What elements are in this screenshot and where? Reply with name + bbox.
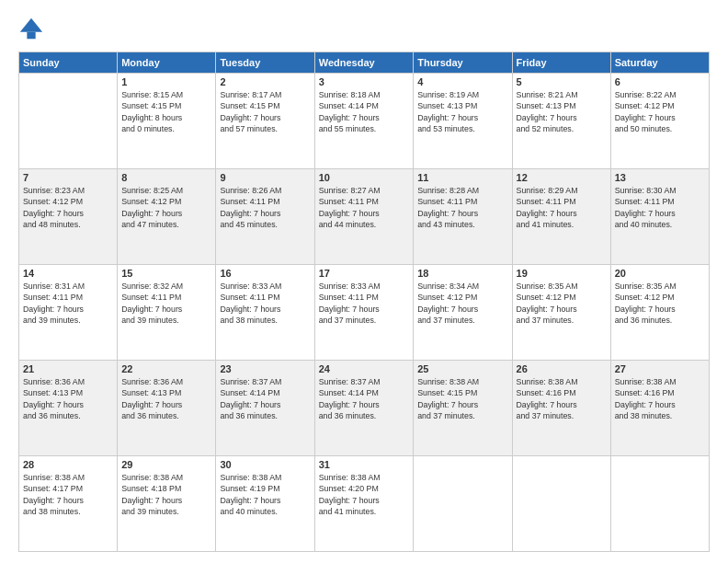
calendar-week-row: 28Sunrise: 8:38 AMSunset: 4:17 PMDayligh… — [19, 456, 710, 552]
calendar-cell: 13Sunrise: 8:30 AMSunset: 4:11 PMDayligh… — [610, 169, 709, 265]
weekday-header: Wednesday — [314, 52, 413, 74]
day-info: Sunrise: 8:37 AMSunset: 4:14 PMDaylight:… — [319, 376, 409, 421]
calendar-cell: 5Sunrise: 8:21 AMSunset: 4:13 PMDaylight… — [512, 74, 610, 169]
day-number: 4 — [417, 76, 507, 87]
day-info: Sunrise: 8:33 AMSunset: 4:11 PMDaylight:… — [220, 281, 310, 326]
calendar-table: SundayMondayTuesdayWednesdayThursdayFrid… — [18, 52, 710, 552]
day-info: Sunrise: 8:17 AMSunset: 4:15 PMDaylight:… — [220, 89, 310, 134]
day-info: Sunrise: 8:32 AMSunset: 4:11 PMDaylight:… — [121, 281, 211, 326]
day-info: Sunrise: 8:38 AMSunset: 4:18 PMDaylight:… — [121, 472, 211, 517]
weekday-header: Monday — [118, 52, 216, 74]
calendar-cell: 25Sunrise: 8:38 AMSunset: 4:15 PMDayligh… — [414, 361, 512, 456]
page: SundayMondayTuesdayWednesdayThursdayFrid… — [0, 0, 728, 563]
day-number: 1 — [121, 76, 211, 87]
day-number: 6 — [615, 76, 705, 87]
calendar-cell — [610, 456, 709, 552]
day-number: 26 — [517, 363, 607, 374]
calendar-cell: 22Sunrise: 8:36 AMSunset: 4:13 PMDayligh… — [118, 361, 216, 456]
day-info: Sunrise: 8:26 AMSunset: 4:11 PMDaylight:… — [220, 185, 310, 230]
weekday-header: Thursday — [414, 52, 512, 74]
calendar-cell: 30Sunrise: 8:38 AMSunset: 4:19 PMDayligh… — [216, 456, 314, 552]
day-info: Sunrise: 8:28 AMSunset: 4:11 PMDaylight:… — [417, 185, 507, 230]
calendar-cell: 14Sunrise: 8:31 AMSunset: 4:11 PMDayligh… — [19, 265, 118, 361]
day-info: Sunrise: 8:38 AMSunset: 4:17 PMDaylight:… — [23, 472, 113, 517]
calendar-cell: 8Sunrise: 8:25 AMSunset: 4:12 PMDaylight… — [118, 169, 216, 265]
day-number: 19 — [517, 268, 607, 279]
day-info: Sunrise: 8:23 AMSunset: 4:12 PMDaylight:… — [23, 185, 113, 230]
day-info: Sunrise: 8:38 AMSunset: 4:20 PMDaylight:… — [319, 472, 409, 517]
calendar-cell: 16Sunrise: 8:33 AMSunset: 4:11 PMDayligh… — [216, 265, 314, 361]
day-info: Sunrise: 8:29 AMSunset: 4:11 PMDaylight:… — [517, 185, 607, 230]
day-number: 2 — [220, 76, 310, 87]
day-info: Sunrise: 8:27 AMSunset: 4:11 PMDaylight:… — [319, 185, 409, 230]
calendar-cell: 2Sunrise: 8:17 AMSunset: 4:15 PMDaylight… — [216, 74, 314, 169]
day-number: 28 — [23, 459, 113, 470]
weekday-header: Saturday — [610, 52, 709, 74]
calendar-week-row: 1Sunrise: 8:15 AMSunset: 4:15 PMDaylight… — [19, 74, 710, 169]
day-number: 14 — [23, 268, 113, 279]
calendar-cell: 28Sunrise: 8:38 AMSunset: 4:17 PMDayligh… — [19, 456, 118, 552]
day-info: Sunrise: 8:15 AMSunset: 4:15 PMDaylight:… — [121, 89, 211, 134]
calendar-cell: 6Sunrise: 8:22 AMSunset: 4:12 PMDaylight… — [610, 74, 709, 169]
day-info: Sunrise: 8:25 AMSunset: 4:12 PMDaylight:… — [121, 185, 211, 230]
day-number: 18 — [417, 268, 507, 279]
day-info: Sunrise: 8:31 AMSunset: 4:11 PMDaylight:… — [23, 281, 113, 326]
logo-icon — [18, 17, 44, 42]
calendar-week-row: 21Sunrise: 8:36 AMSunset: 4:13 PMDayligh… — [19, 361, 710, 456]
day-number: 16 — [220, 268, 310, 279]
calendar-cell — [512, 456, 610, 552]
day-info: Sunrise: 8:33 AMSunset: 4:11 PMDaylight:… — [319, 281, 409, 326]
calendar-body: 1Sunrise: 8:15 AMSunset: 4:15 PMDaylight… — [19, 74, 710, 552]
calendar-cell: 21Sunrise: 8:36 AMSunset: 4:13 PMDayligh… — [19, 361, 118, 456]
day-info: Sunrise: 8:35 AMSunset: 4:12 PMDaylight:… — [517, 281, 607, 326]
day-number: 24 — [319, 363, 409, 374]
calendar-week-row: 7Sunrise: 8:23 AMSunset: 4:12 PMDaylight… — [19, 169, 710, 265]
svg-marker-0 — [20, 18, 42, 32]
day-number: 8 — [121, 172, 211, 183]
day-info: Sunrise: 8:22 AMSunset: 4:12 PMDaylight:… — [615, 89, 705, 134]
calendar-cell: 20Sunrise: 8:35 AMSunset: 4:12 PMDayligh… — [610, 265, 709, 361]
day-info: Sunrise: 8:19 AMSunset: 4:13 PMDaylight:… — [417, 89, 507, 134]
svg-rect-1 — [27, 32, 35, 39]
day-number: 13 — [615, 172, 705, 183]
day-number: 30 — [220, 459, 310, 470]
day-info: Sunrise: 8:18 AMSunset: 4:14 PMDaylight:… — [319, 89, 409, 134]
calendar-cell: 3Sunrise: 8:18 AMSunset: 4:14 PMDaylight… — [314, 74, 413, 169]
day-number: 7 — [23, 172, 113, 183]
calendar-cell: 10Sunrise: 8:27 AMSunset: 4:11 PMDayligh… — [314, 169, 413, 265]
day-number: 22 — [121, 363, 211, 374]
weekday-header: Tuesday — [216, 52, 314, 74]
day-info: Sunrise: 8:38 AMSunset: 4:15 PMDaylight:… — [417, 376, 507, 421]
calendar-cell: 29Sunrise: 8:38 AMSunset: 4:18 PMDayligh… — [118, 456, 216, 552]
calendar-cell: 9Sunrise: 8:26 AMSunset: 4:11 PMDaylight… — [216, 169, 314, 265]
day-info: Sunrise: 8:38 AMSunset: 4:16 PMDaylight:… — [517, 376, 607, 421]
calendar-cell: 1Sunrise: 8:15 AMSunset: 4:15 PMDaylight… — [118, 74, 216, 169]
calendar-cell: 18Sunrise: 8:34 AMSunset: 4:12 PMDayligh… — [414, 265, 512, 361]
day-number: 5 — [517, 76, 607, 87]
calendar-cell: 4Sunrise: 8:19 AMSunset: 4:13 PMDaylight… — [414, 74, 512, 169]
weekday-header: Friday — [512, 52, 610, 74]
day-number: 20 — [615, 268, 705, 279]
day-info: Sunrise: 8:36 AMSunset: 4:13 PMDaylight:… — [121, 376, 211, 421]
day-info: Sunrise: 8:34 AMSunset: 4:12 PMDaylight:… — [417, 281, 507, 326]
logo — [18, 17, 48, 42]
day-info: Sunrise: 8:30 AMSunset: 4:11 PMDaylight:… — [615, 185, 705, 230]
day-number: 27 — [615, 363, 705, 374]
day-number: 9 — [220, 172, 310, 183]
day-number: 10 — [319, 172, 409, 183]
day-number: 29 — [121, 459, 211, 470]
calendar-cell: 26Sunrise: 8:38 AMSunset: 4:16 PMDayligh… — [512, 361, 610, 456]
calendar-cell: 27Sunrise: 8:38 AMSunset: 4:16 PMDayligh… — [610, 361, 709, 456]
day-number: 21 — [23, 363, 113, 374]
calendar-week-row: 14Sunrise: 8:31 AMSunset: 4:11 PMDayligh… — [19, 265, 710, 361]
calendar-cell — [414, 456, 512, 552]
day-number: 15 — [121, 268, 211, 279]
calendar-cell: 12Sunrise: 8:29 AMSunset: 4:11 PMDayligh… — [512, 169, 610, 265]
calendar-cell: 19Sunrise: 8:35 AMSunset: 4:12 PMDayligh… — [512, 265, 610, 361]
calendar-cell: 31Sunrise: 8:38 AMSunset: 4:20 PMDayligh… — [314, 456, 413, 552]
day-info: Sunrise: 8:21 AMSunset: 4:13 PMDaylight:… — [517, 89, 607, 134]
calendar-cell: 15Sunrise: 8:32 AMSunset: 4:11 PMDayligh… — [118, 265, 216, 361]
calendar-cell: 17Sunrise: 8:33 AMSunset: 4:11 PMDayligh… — [314, 265, 413, 361]
day-number: 31 — [319, 459, 409, 470]
weekday-header: Sunday — [19, 52, 118, 74]
